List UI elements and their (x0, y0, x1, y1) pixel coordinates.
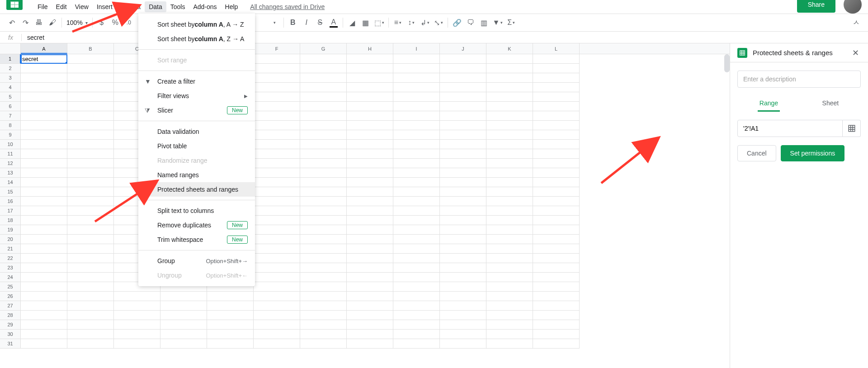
row-header[interactable]: 29 (0, 320, 21, 330)
cell[interactable] (114, 311, 160, 320)
row-header[interactable]: 26 (0, 292, 21, 301)
slicer[interactable]: ⧩ Slicer New (138, 103, 255, 118)
cell[interactable] (533, 311, 580, 320)
row-header[interactable]: 18 (0, 216, 21, 225)
cell[interactable] (440, 311, 486, 320)
sort-sheet-az[interactable]: Sort sheet by column A, A → Z (138, 17, 255, 32)
row-header[interactable]: 9 (0, 130, 21, 140)
cell[interactable] (486, 235, 533, 244)
cell[interactable] (67, 330, 114, 339)
cell[interactable] (440, 254, 486, 263)
cell[interactable] (440, 92, 486, 102)
cell[interactable] (486, 206, 533, 216)
cell[interactable] (67, 83, 114, 92)
cancel-button[interactable]: Cancel (737, 145, 776, 161)
share-button[interactable]: Share (797, 0, 835, 13)
cell[interactable] (347, 111, 393, 121)
cell[interactable] (533, 130, 580, 140)
cell[interactable] (486, 73, 533, 83)
cell[interactable] (300, 54, 347, 64)
cell[interactable] (533, 73, 580, 83)
row-header[interactable]: 25 (0, 282, 21, 292)
cell[interactable] (440, 130, 486, 140)
cell[interactable] (347, 263, 393, 273)
cell[interactable] (254, 244, 300, 254)
cell[interactable] (440, 64, 486, 73)
cell[interactable] (347, 339, 393, 349)
cell[interactable] (21, 311, 67, 320)
row-header[interactable]: 7 (0, 111, 21, 121)
spreadsheet-grid[interactable]: ABCDEFGHIJKL 123456789101112131415161718… (0, 43, 730, 368)
cell[interactable] (440, 235, 486, 244)
cell[interactable] (300, 292, 347, 301)
cell[interactable] (67, 140, 114, 149)
filter-views[interactable]: Filter views ▶ (138, 89, 255, 103)
cell[interactable] (254, 311, 300, 320)
cell[interactable] (254, 168, 300, 178)
cell[interactable] (300, 83, 347, 92)
cell[interactable] (440, 282, 486, 292)
cell[interactable] (67, 244, 114, 254)
cell[interactable] (533, 64, 580, 73)
cell[interactable] (300, 273, 347, 282)
cell[interactable] (254, 225, 300, 235)
cell[interactable] (254, 83, 300, 92)
cell[interactable] (347, 159, 393, 168)
cell[interactable] (347, 244, 393, 254)
row-header[interactable]: 4 (0, 83, 21, 92)
cell[interactable] (21, 168, 67, 178)
cell[interactable] (393, 197, 440, 206)
data-validation[interactable]: Data validation (138, 124, 255, 139)
cell[interactable] (300, 206, 347, 216)
cell[interactable] (393, 320, 440, 330)
row-header[interactable]: 30 (0, 330, 21, 339)
row-header[interactable]: 13 (0, 168, 21, 178)
cell[interactable] (486, 121, 533, 130)
row-header[interactable]: 6 (0, 102, 21, 111)
cell[interactable] (486, 197, 533, 206)
cell[interactable] (347, 273, 393, 282)
cell[interactable] (347, 187, 393, 197)
cell[interactable] (114, 301, 160, 311)
cell[interactable] (486, 140, 533, 149)
cell[interactable] (67, 263, 114, 273)
cell[interactable] (300, 330, 347, 339)
cell[interactable] (67, 149, 114, 159)
cell[interactable] (21, 225, 67, 235)
cell[interactable] (347, 225, 393, 235)
cell[interactable] (533, 149, 580, 159)
cell[interactable] (393, 235, 440, 244)
cell[interactable] (114, 330, 160, 339)
cell[interactable] (533, 140, 580, 149)
cell[interactable] (21, 159, 67, 168)
cell[interactable] (67, 121, 114, 130)
cell[interactable] (21, 178, 67, 187)
cell[interactable] (440, 301, 486, 311)
cell[interactable] (254, 178, 300, 187)
cell[interactable] (486, 130, 533, 140)
cell[interactable] (300, 73, 347, 83)
cell[interactable] (347, 168, 393, 178)
sort-sheet-za[interactable]: Sort sheet by column A, Z → A (138, 32, 255, 46)
cell[interactable] (300, 159, 347, 168)
cell[interactable] (347, 282, 393, 292)
menu-format[interactable]: Format (117, 1, 145, 12)
cell[interactable] (67, 159, 114, 168)
cell[interactable] (160, 301, 207, 311)
cell[interactable] (300, 197, 347, 206)
cell[interactable] (300, 187, 347, 197)
zoom-select[interactable]: 100% (65, 18, 90, 27)
strike-button[interactable]: S (314, 16, 326, 29)
cell[interactable] (300, 311, 347, 320)
cell[interactable] (67, 235, 114, 244)
format-percent-button[interactable]: % (109, 16, 122, 29)
cell[interactable] (21, 140, 67, 149)
cell[interactable] (347, 83, 393, 92)
cell[interactable] (21, 339, 67, 349)
h-align-button[interactable]: ≡ (392, 16, 404, 29)
cell[interactable] (254, 64, 300, 73)
column-header[interactable]: F (254, 43, 300, 54)
menu-view[interactable]: View (71, 1, 93, 12)
cell[interactable] (440, 216, 486, 225)
cell[interactable] (207, 320, 254, 330)
